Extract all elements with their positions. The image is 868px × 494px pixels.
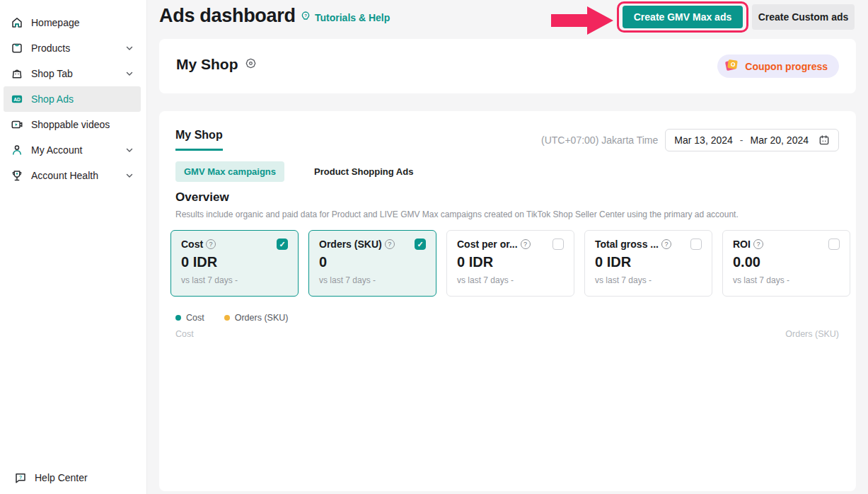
svg-text:AD: AD — [13, 97, 21, 102]
sidebar-nav: Homepage Products Shop Tab — [0, 0, 146, 188]
tab-my-shop[interactable]: My Shop — [175, 129, 223, 151]
sidebar-item-label: Shop Ads — [31, 93, 74, 105]
metric-value: 0 IDR — [457, 254, 564, 270]
legend-dot-icon — [175, 315, 181, 321]
sidebar-item-label: Help Center — [35, 472, 88, 483]
sidebar-item-label: Shop Tab — [31, 68, 73, 79]
metric-value: 0 IDR — [181, 254, 288, 270]
chevron-down-icon — [125, 69, 134, 78]
metric-card[interactable]: Cost ? 0 IDR vs last 7 days - — [170, 230, 299, 297]
svg-text:?: ? — [19, 475, 22, 480]
sidebar-item[interactable]: Shop Tab — [4, 61, 141, 86]
account-health-icon — [10, 168, 24, 183]
svg-text:?: ? — [304, 13, 307, 18]
home-icon — [10, 16, 24, 30]
campaign-tab-label: GMV Max campaigns — [184, 166, 276, 177]
shop-ads-icon: AD — [10, 92, 24, 106]
metric-value: 0 — [319, 254, 426, 270]
legend-dot-icon — [224, 315, 230, 321]
my-shop-card: My Shop Coupon progress — [159, 39, 856, 93]
metric-comparison: vs last 7 days - — [181, 275, 288, 285]
help-circle-icon[interactable]: ? — [385, 239, 395, 249]
legend-item[interactable]: Cost — [175, 313, 204, 323]
calendar-icon — [818, 134, 830, 146]
shop-tab-icon — [10, 67, 24, 81]
metric-checkbox[interactable] — [277, 239, 288, 250]
campaign-tabs: GMV Max campaigns Product Shopping Ads — [175, 161, 422, 182]
metric-checkbox[interactable] — [690, 239, 702, 250]
page-title: Ads dashboard — [159, 5, 296, 27]
shoppable-videos-icon — [10, 117, 24, 132]
metric-label: Cost per or... — [457, 239, 518, 250]
campaign-tab[interactable]: Product Shopping Ads — [306, 161, 422, 182]
metric-value: 0 IDR — [595, 254, 702, 270]
metric-card[interactable]: Cost per or... ? 0 IDR vs last 7 days - — [446, 230, 574, 297]
dashboard-card: My Shop (UTC+07:00) Jakarta Time Mar 13,… — [159, 111, 856, 491]
sidebar-item-label: Products — [31, 42, 70, 54]
metric-card[interactable]: Total gross ... ? 0 IDR vs last 7 days - — [584, 230, 712, 297]
help-circle-icon[interactable]: ? — [206, 239, 216, 249]
chart-plot-area — [175, 345, 839, 476]
help-circle-icon[interactable]: ? — [661, 239, 671, 249]
legend-label: Cost — [186, 313, 204, 323]
metric-comparison: vs last 7 days - — [595, 275, 702, 285]
metric-checkbox[interactable] — [552, 239, 564, 250]
sidebar-item-label: My Account — [31, 144, 82, 156]
sidebar-item[interactable]: My Account — [4, 137, 141, 163]
chevron-down-icon — [125, 44, 134, 52]
metric-label: Orders (SKU) — [319, 239, 382, 250]
metric-label: Total gross ... — [595, 239, 659, 250]
chart-legend: Cost Orders (SKU) — [175, 313, 288, 323]
metric-label: ROI — [733, 239, 751, 250]
metric-comparison: vs last 7 days - — [457, 275, 564, 285]
sidebar-item-help-center[interactable]: ? Help Center — [7, 465, 136, 490]
metric-comparison: vs last 7 days - — [733, 275, 840, 285]
create-custom-ads-button[interactable]: Create Custom ads — [752, 4, 855, 30]
products-icon — [10, 41, 24, 55]
campaign-tab[interactable]: GMV Max campaigns — [175, 161, 284, 182]
sidebar-item[interactable]: Homepage — [4, 10, 141, 35]
tutorials-help-label: Tutorials & Help — [315, 12, 390, 23]
create-gmv-max-ads-button[interactable]: Create GMV Max ads — [623, 6, 743, 28]
metric-comparison: vs last 7 days - — [319, 275, 426, 285]
legend-item[interactable]: Orders (SKU) — [224, 313, 289, 323]
sidebar-item[interactable]: Shoppable videos — [4, 112, 141, 137]
sidebar-item[interactable]: Account Health — [4, 163, 141, 188]
lightbulb-icon: ? — [300, 11, 311, 24]
left-axis-label: Cost — [175, 329, 194, 339]
sidebar-item-label: Shoppable videos — [31, 119, 110, 130]
sidebar-item[interactable]: Products — [4, 35, 141, 61]
coupon-progress-label: Coupon progress — [745, 61, 828, 72]
metric-card[interactable]: Orders (SKU) ? 0 vs last 7 days - — [308, 230, 436, 297]
tutorials-help-link[interactable]: ? Tutorials & Help — [300, 11, 390, 24]
overview-description: Results include organic and paid data fo… — [175, 209, 739, 219]
help-bubble-icon: ? — [13, 471, 28, 485]
right-axis-label: Orders (SKU) — [785, 329, 839, 339]
help-circle-icon[interactable]: ? — [521, 239, 531, 249]
sidebar-item-label: Account Health — [31, 170, 98, 181]
sidebar-item[interactable]: AD Shop Ads — [4, 86, 141, 112]
coupon-progress-badge[interactable]: Coupon progress — [717, 54, 839, 78]
legend-label: Orders (SKU) — [235, 313, 289, 323]
date-separator: - — [740, 134, 743, 146]
metric-checkbox[interactable] — [828, 239, 840, 250]
date-end: Mar 20, 2024 — [751, 134, 809, 146]
help-circle-icon[interactable]: ? — [753, 239, 763, 249]
gear-icon[interactable] — [245, 56, 257, 73]
date-range-picker[interactable]: Mar 13, 2024 - Mar 20, 2024 — [665, 129, 839, 151]
timezone-label: (UTC+07:00) Jakarta Time — [541, 134, 658, 146]
metric-checkbox[interactable] — [415, 239, 426, 250]
metric-label: Cost — [181, 239, 203, 250]
promo-arrow-annotation — [551, 5, 614, 36]
chevron-down-icon — [125, 171, 134, 180]
sidebar: Homepage Products Shop Tab — [0, 0, 147, 494]
my-account-icon — [10, 143, 24, 157]
sidebar-item-label: Homepage — [31, 17, 80, 28]
campaign-tab-label: Product Shopping Ads — [314, 166, 413, 177]
metric-card[interactable]: ROI ? 0.00 vs last 7 days - — [722, 230, 850, 297]
date-start: Mar 13, 2024 — [674, 134, 733, 146]
metrics-row: Cost ? 0 IDR vs last 7 days - Orders (SK… — [170, 230, 850, 297]
chevron-down-icon — [125, 146, 134, 154]
shop-name: My Shop — [176, 56, 238, 73]
metric-value: 0.00 — [733, 254, 840, 270]
